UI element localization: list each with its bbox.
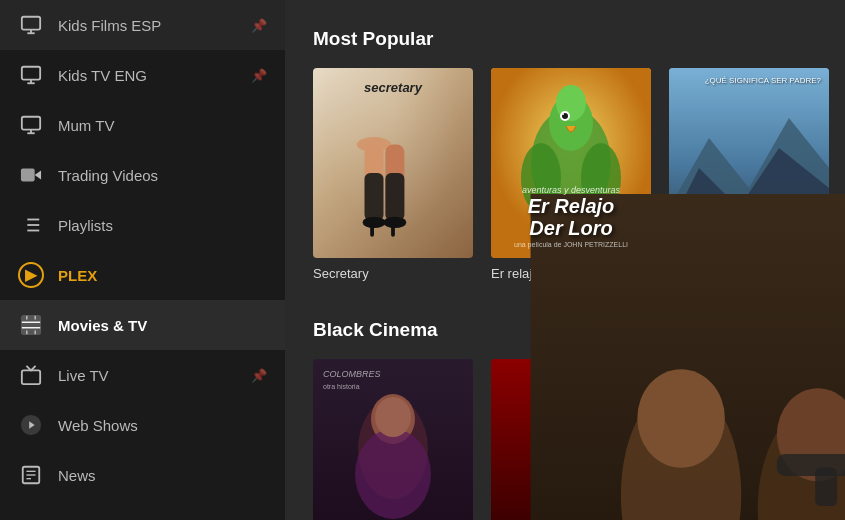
monitor-icon [18, 62, 44, 88]
sidebar-item-label: Trading Videos [58, 167, 158, 184]
sidebar-item-label: Playlists [58, 217, 113, 234]
black-cinema-row: COLOMBRES otra historia [313, 359, 817, 520]
sidebar-item-playlists[interactable]: Playlists [0, 200, 285, 250]
monitor-icon [18, 12, 44, 38]
tv-icon [18, 362, 44, 388]
sidebar-item-live-tv[interactable]: Live TV 📌 [0, 350, 285, 400]
svg-rect-4 [22, 117, 40, 130]
sidebar-item-label: Kids Films ESP [58, 17, 161, 34]
most-popular-title: Most Popular [313, 28, 817, 50]
sidebar-item-movies-tv[interactable]: Movies & TV [0, 300, 285, 350]
sidebar-item-mum-tv[interactable]: Mum TV [0, 100, 285, 150]
bc3-svg [669, 359, 829, 520]
sidebar-item-label: Movies & TV [58, 317, 147, 334]
sidebar-item-news[interactable]: News [0, 450, 285, 500]
svg-rect-14 [22, 316, 40, 334]
sidebar-item-label: News [58, 467, 96, 484]
film-icon [18, 312, 44, 338]
sidebar-item-label: Kids TV ENG [58, 67, 147, 84]
black-cinema-section: Black Cinema [313, 319, 817, 520]
movie-card-bc3[interactable] [669, 359, 829, 520]
sidebar-item-trading-videos[interactable]: Trading Videos [0, 150, 285, 200]
pin-icon: 📌 [251, 18, 267, 33]
sidebar-item-kids-tv-eng[interactable]: Kids TV ENG 📌 [0, 50, 285, 100]
news-icon [18, 462, 44, 488]
svg-rect-16 [26, 331, 27, 335]
svg-rect-2 [22, 67, 40, 80]
play-icon [18, 412, 44, 438]
video-icon [18, 162, 44, 188]
sidebar-item-web-shows[interactable]: Web Shows [0, 400, 285, 450]
pin-icon: 📌 [251, 368, 267, 383]
svg-rect-17 [35, 316, 36, 320]
svg-rect-21 [22, 370, 40, 384]
sidebar-item-plex[interactable]: ▶ PLEX [0, 250, 285, 300]
sidebar-item-label: Web Shows [58, 417, 138, 434]
list-icon [18, 212, 44, 238]
monitor-icon [18, 112, 44, 138]
sidebar-item-label: Live TV [58, 367, 109, 384]
svg-rect-18 [35, 331, 36, 335]
svg-rect-15 [26, 316, 27, 320]
sidebar-item-label: PLEX [58, 267, 97, 284]
sidebar: Kids Films ESP 📌 Kids TV ENG 📌 Mum TV Tr… [0, 0, 285, 520]
sidebar-item-kids-films-esp[interactable]: Kids Films ESP 📌 [0, 0, 285, 50]
sidebar-item-label: Mum TV [58, 117, 114, 134]
svg-point-43 [562, 113, 564, 115]
pin-icon: 📌 [251, 68, 267, 83]
svg-rect-0 [22, 17, 40, 30]
movie-thumbnail-bc3 [669, 359, 829, 520]
svg-marker-6 [35, 170, 41, 179]
plex-icon: ▶ [18, 262, 44, 288]
movie-thumbnail-loro: aventuras y desventuras Er Relajo Der Lo… [491, 68, 651, 258]
svg-rect-7 [21, 169, 35, 182]
svg-rect-71 [815, 468, 829, 506]
main-content: Most Popular secretary [285, 0, 845, 520]
